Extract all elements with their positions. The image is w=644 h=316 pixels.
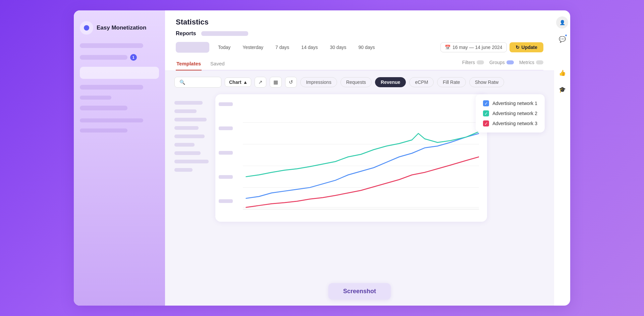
like-icon[interactable]: 👍 [556,67,568,79]
screenshot-button[interactable]: Screenshot [328,283,391,300]
tab-templates[interactable]: Templates [176,58,202,70]
chart-card: ⊟ [215,94,487,222]
search-input[interactable] [174,77,221,88]
chart-y-labels [219,102,235,203]
help-icon[interactable]: ? [556,50,568,62]
calendar-icon: 📅 [445,45,450,50]
sidebar-skeleton-7 [80,128,127,133]
chevron-up-icon: ▲ [243,80,248,85]
legend-card: ✓ Advertising network 1 ✓ Advertising ne… [476,94,545,133]
sidebar-skeleton-2 [80,55,127,60]
y-label-1 [219,102,233,106]
y-label-3 [219,151,233,155]
filter-7days[interactable]: 7 days [271,43,294,52]
main-header: Statistics Reports Today Yesterday 7 day… [165,10,554,71]
app-name: Easy Monetization [97,24,146,31]
metrics-toggle[interactable]: Metrics [519,60,543,65]
legend-check-3: ✓ [483,120,489,126]
metric-fillrate[interactable]: Fill Rate [437,77,466,87]
chat-icon[interactable]: 💬 [556,33,568,45]
sidebar-skeleton-5 [80,106,127,110]
page-title: Statistics [176,18,543,27]
metric-ecpm[interactable]: eCPM [409,77,434,87]
legend-check-2: ✓ [483,110,489,116]
filter-90days[interactable]: 90 days [354,43,379,52]
sidebar-badge: 1 [130,54,137,61]
sidebar-skeleton-6 [80,118,143,122]
legend-label-1: Advertising network 1 [492,101,537,106]
left-skeletons [174,101,215,172]
y-label-5 [219,199,233,203]
bar-chart-icon-button[interactable]: ▦ [270,77,282,88]
date-filter-row: Today Yesterday 7 days 14 days 30 days 9… [176,42,543,53]
right-panel: 👤 💬 ? 👍 🎓 [554,10,570,306]
tabs-row: Templates Saved Filters Groups Metrics [176,58,543,70]
reports-skeleton [201,31,248,36]
legend-item-2[interactable]: ✓ Advertising network 2 [483,110,537,116]
svg-point-1 [84,25,89,31]
logo-icon [80,21,93,35]
reports-label: Reports [176,31,196,37]
trend-icon-button[interactable]: ↗ [255,77,266,88]
metric-revenue[interactable]: Revenue [375,77,406,87]
filter-placeholder [176,42,209,53]
date-range-display[interactable]: 📅 16 may — 14 june 2024 [440,42,507,52]
notification-dot [565,34,568,37]
groups-toggle[interactable]: Groups [489,60,514,65]
graduation-icon[interactable]: 🎓 [556,84,568,96]
filter-30days[interactable]: 30 days [325,43,351,52]
refresh-icon: ↻ [516,45,520,50]
sidebar: Easy Monetization 1 [74,10,165,306]
sidebar-skeleton-4 [80,96,111,100]
chart-toggle-button[interactable]: Chart ▲ [225,77,251,87]
legend-label-3: Advertising network 3 [492,121,537,126]
legend-check-1: ✓ [483,100,489,106]
legend-item-3[interactable]: ✓ Advertising network 3 [483,120,537,126]
main-content: Statistics Reports Today Yesterday 7 day… [165,10,554,306]
sidebar-active-item[interactable] [80,67,159,79]
rotate-icon-button[interactable]: ↺ [285,77,297,88]
filters-toggle[interactable]: Filters [462,60,484,65]
chart-svg [243,101,479,216]
screenshot-btn-wrap: Screenshot [328,283,391,300]
user-avatar-icon: 👤 [556,16,568,29]
logo-area: Easy Monetization [80,21,159,35]
date-range-text: 16 may — 14 june 2024 [452,45,502,50]
tab-saved[interactable]: Saved [210,58,225,70]
metric-showratw[interactable]: Show Ratw [469,77,504,87]
metric-impressions[interactable]: Impressions [300,77,337,87]
filter-today[interactable]: Today [213,43,235,52]
chart-label: Chart [229,80,241,85]
legend-label-2: Advertising network 2 [492,111,537,116]
reports-row: Reports [176,31,543,37]
update-button[interactable]: ↻ Update [509,42,543,52]
sidebar-skeleton-3 [80,85,143,90]
filters-toggle-switch[interactable] [477,60,484,64]
groups-toggle-switch[interactable] [506,60,514,64]
toolbar-row: Chart ▲ ↗ ▦ ↺ Impressions Requests Reven… [174,77,545,88]
sidebar-badge-row: 1 [80,54,159,61]
metrics-toggle-switch[interactable] [536,60,543,64]
y-label-4 [219,175,233,179]
content-area: Chart ▲ ↗ ▦ ↺ Impressions Requests Reven… [165,71,554,306]
filter-14days[interactable]: 14 days [297,43,322,52]
sidebar-skeleton-1 [80,43,143,48]
y-label-2 [219,126,233,130]
legend-item-1[interactable]: ✓ Advertising network 1 [483,100,537,106]
filter-yesterday[interactable]: Yesterday [238,43,268,52]
metric-requests[interactable]: Requests [340,77,372,87]
